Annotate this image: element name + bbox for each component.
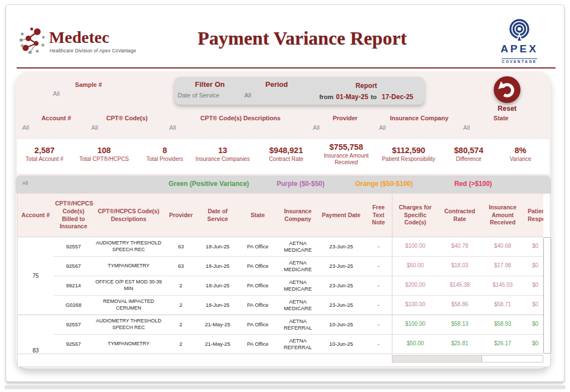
horizontal-scrollbar-thumb[interactable] bbox=[392, 356, 482, 362]
group-divider bbox=[18, 315, 543, 315]
table-row: 99214 OFFICE O/P EST MOD 30-39 MIN 2 18-… bbox=[18, 276, 543, 295]
col-account: Account # bbox=[18, 212, 53, 219]
col-insurance-received: Insurance Amount Received bbox=[481, 204, 524, 227]
legend-green[interactable]: Green (Positive Variance) bbox=[169, 180, 249, 188]
account-filter-label: Account # bbox=[41, 115, 71, 121]
account-group-label: 75 bbox=[18, 237, 53, 315]
legend-red[interactable]: Red (>$100) bbox=[454, 180, 492, 188]
cpt-desc-filter-value[interactable]: All bbox=[169, 124, 176, 131]
sample-filter-value[interactable]: All bbox=[53, 90, 60, 97]
cpt-desc-filter-label: CPT® Code(s) Descriptions bbox=[200, 115, 281, 121]
table-row: G0268 REMOVAL IMPACTED CERUMEN 2 18-Jun-… bbox=[18, 295, 543, 315]
report-range-value: from 01-May-25 to 17-Dec-25 bbox=[320, 91, 414, 101]
legend-purple[interactable]: Purple ($0-$50) bbox=[277, 180, 325, 188]
period-label: Period bbox=[266, 80, 288, 89]
window-bottom-scrollbar[interactable] bbox=[4, 385, 566, 389]
filter-on-value[interactable]: Date of Service bbox=[178, 92, 219, 99]
variance-legend-bar: All Green (Positive Variance) Purple ($0… bbox=[16, 175, 551, 193]
filter-on-period-box: Filter On Date of Service Period All Rep… bbox=[174, 77, 425, 105]
report-range-label: Report bbox=[356, 82, 377, 90]
kpi-strip: 2,587Total Account # 108Total CPT®/HCPCS… bbox=[17, 139, 549, 174]
period-value[interactable]: All bbox=[244, 92, 251, 99]
col-provider: Provider bbox=[164, 212, 198, 219]
col-cpt-billed: CPT®/HCPCS Code(s) Billed to Insurance bbox=[53, 200, 94, 231]
brand-subtitle: Healthcare Division of Apex CoVantage bbox=[50, 48, 136, 53]
table-bottom-line bbox=[18, 354, 543, 354]
provider-filter-label: Provider bbox=[333, 115, 358, 121]
state-filter-value[interactable]: All bbox=[463, 124, 470, 131]
col-cpt-desc: CPT®/HCPCS Code(s) Descriptions bbox=[94, 208, 164, 223]
table-row: 92557 AUDIOMETRY THRESHOLD SPEECH REC 2 … bbox=[18, 315, 543, 334]
filter-on-label: Filter On bbox=[195, 80, 224, 89]
sample-filter-label: Sample # bbox=[75, 81, 102, 88]
account-group-label: 83 bbox=[18, 315, 53, 354]
table-row: 92567 TYMPANOMETRY 2 21-May-25 PA Office… bbox=[18, 334, 543, 354]
reset-button-label: Reset bbox=[498, 105, 517, 112]
col-free-text-note: Free Text Note bbox=[365, 204, 392, 227]
col-insurance-company: Insurance Company bbox=[278, 208, 317, 223]
row-divider bbox=[53, 276, 543, 276]
header-divider bbox=[17, 67, 556, 68]
variance-table: Account # CPT®/HCPCS Code(s) Billed to I… bbox=[17, 193, 551, 367]
cpt-filter-value[interactable]: All bbox=[91, 124, 98, 131]
medetec-logo-icon bbox=[18, 26, 48, 56]
col-contracted-rate: Contracted Rate bbox=[439, 208, 481, 223]
vertical-scrollbar-thumb[interactable] bbox=[543, 237, 551, 354]
col-charges: Charges for Specific Code(s) bbox=[392, 204, 439, 227]
row-divider bbox=[53, 295, 543, 296]
header-divider-line bbox=[18, 237, 543, 237]
kpi-total-providers: 8Total Providers bbox=[131, 146, 198, 163]
kpi-insurance-amount: $755,758Insurance Amount Received bbox=[313, 143, 380, 165]
kpi-contract-rate: $948,921Contract Rate bbox=[253, 146, 320, 163]
table-row: 92557 AUDIOMETRY THRESHOLD SPEECH REC 63… bbox=[18, 237, 543, 256]
kpi-variance: 8%Variance bbox=[487, 146, 554, 163]
insurance-filter-label: Insurance Company bbox=[390, 115, 448, 121]
account-filter-value[interactable]: All bbox=[22, 124, 29, 131]
state-filter-label: State bbox=[494, 115, 509, 121]
legend-orange[interactable]: Orange ($50-$100) bbox=[355, 180, 413, 188]
reset-icon bbox=[493, 76, 521, 104]
apex-word: APEX bbox=[489, 43, 550, 55]
page-title: Payment Variance Report bbox=[198, 28, 407, 49]
apex-logo: APEX COVANTAGE bbox=[489, 18, 550, 65]
money-section-divider bbox=[392, 194, 392, 354]
cpt-filter-label: CPT® Code(s) bbox=[106, 115, 148, 121]
col-patient-responsibility: Patient Responsibility bbox=[524, 208, 543, 223]
brand-name: Medetec bbox=[49, 29, 109, 46]
row-divider bbox=[53, 334, 543, 335]
kpi-patient-responsibility: $112,590Patient Responsibility bbox=[375, 146, 442, 163]
col-payment-date: Payment Date bbox=[317, 212, 365, 219]
provider-filter-value[interactable]: All bbox=[313, 124, 320, 131]
table-row: 92567 TYMPANOMETRY 63 18-Jun-25 PA Offic… bbox=[18, 256, 543, 276]
table-viewport: Account # CPT®/HCPCS Code(s) Billed to I… bbox=[18, 194, 543, 364]
col-date-of-service: Date of Service bbox=[198, 208, 237, 223]
col-state: State bbox=[237, 212, 278, 219]
apex-subword: COVANTAGE bbox=[502, 58, 537, 63]
table-header-row: Account # CPT®/HCPCS Code(s) Billed to I… bbox=[18, 194, 543, 237]
kpi-insurance-companies: 13Insurance Companies bbox=[189, 146, 256, 163]
legend-all-label: All bbox=[22, 180, 28, 186]
reset-button[interactable] bbox=[493, 76, 521, 104]
apex-logo-icon bbox=[505, 18, 533, 41]
insurance-filter-value[interactable]: All bbox=[379, 124, 386, 131]
horizontal-scrollbar[interactable] bbox=[392, 355, 543, 362]
kpi-total-cpt: 108Total CPT®/HCPCS bbox=[71, 146, 137, 163]
vertical-scrollbar[interactable] bbox=[543, 237, 551, 364]
kpi-total-accounts: 2,587Total Account # bbox=[11, 146, 78, 163]
row-divider bbox=[53, 256, 543, 257]
filter-panel: Sample # All Filter On Date of Service P… bbox=[16, 71, 551, 369]
